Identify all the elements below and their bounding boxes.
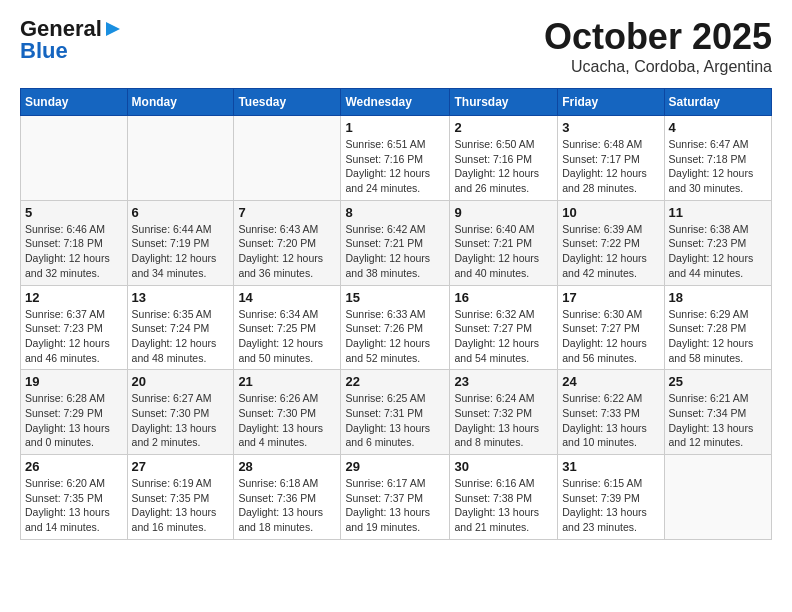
day-info: Sunrise: 6:28 AM Sunset: 7:29 PM Dayligh… xyxy=(25,391,123,450)
day-number: 13 xyxy=(132,290,230,305)
day-info: Sunrise: 6:33 AM Sunset: 7:26 PM Dayligh… xyxy=(345,307,445,366)
day-info: Sunrise: 6:38 AM Sunset: 7:23 PM Dayligh… xyxy=(669,222,767,281)
weekday-header-wednesday: Wednesday xyxy=(341,89,450,116)
day-info: Sunrise: 6:34 AM Sunset: 7:25 PM Dayligh… xyxy=(238,307,336,366)
day-number: 12 xyxy=(25,290,123,305)
calendar-cell: 14Sunrise: 6:34 AM Sunset: 7:25 PM Dayli… xyxy=(234,285,341,370)
calendar-cell: 19Sunrise: 6:28 AM Sunset: 7:29 PM Dayli… xyxy=(21,370,128,455)
calendar-cell: 1Sunrise: 6:51 AM Sunset: 7:16 PM Daylig… xyxy=(341,116,450,201)
day-number: 5 xyxy=(25,205,123,220)
calendar-table: SundayMondayTuesdayWednesdayThursdayFrid… xyxy=(20,88,772,540)
calendar-week-row: 5Sunrise: 6:46 AM Sunset: 7:18 PM Daylig… xyxy=(21,200,772,285)
day-number: 18 xyxy=(669,290,767,305)
day-number: 30 xyxy=(454,459,553,474)
calendar-cell: 20Sunrise: 6:27 AM Sunset: 7:30 PM Dayli… xyxy=(127,370,234,455)
day-info: Sunrise: 6:50 AM Sunset: 7:16 PM Dayligh… xyxy=(454,137,553,196)
calendar-cell: 2Sunrise: 6:50 AM Sunset: 7:16 PM Daylig… xyxy=(450,116,558,201)
day-info: Sunrise: 6:47 AM Sunset: 7:18 PM Dayligh… xyxy=(669,137,767,196)
day-info: Sunrise: 6:16 AM Sunset: 7:38 PM Dayligh… xyxy=(454,476,553,535)
weekday-header-sunday: Sunday xyxy=(21,89,128,116)
calendar-cell: 4Sunrise: 6:47 AM Sunset: 7:18 PM Daylig… xyxy=(664,116,771,201)
day-number: 3 xyxy=(562,120,659,135)
day-number: 23 xyxy=(454,374,553,389)
calendar-cell: 3Sunrise: 6:48 AM Sunset: 7:17 PM Daylig… xyxy=(558,116,664,201)
day-number: 17 xyxy=(562,290,659,305)
day-number: 6 xyxy=(132,205,230,220)
calendar-cell: 29Sunrise: 6:17 AM Sunset: 7:37 PM Dayli… xyxy=(341,455,450,540)
day-number: 14 xyxy=(238,290,336,305)
day-number: 20 xyxy=(132,374,230,389)
logo-arrow-icon xyxy=(102,18,124,40)
calendar-cell: 12Sunrise: 6:37 AM Sunset: 7:23 PM Dayli… xyxy=(21,285,128,370)
calendar-cell: 21Sunrise: 6:26 AM Sunset: 7:30 PM Dayli… xyxy=(234,370,341,455)
calendar-cell: 13Sunrise: 6:35 AM Sunset: 7:24 PM Dayli… xyxy=(127,285,234,370)
day-info: Sunrise: 6:24 AM Sunset: 7:32 PM Dayligh… xyxy=(454,391,553,450)
day-info: Sunrise: 6:20 AM Sunset: 7:35 PM Dayligh… xyxy=(25,476,123,535)
day-info: Sunrise: 6:19 AM Sunset: 7:35 PM Dayligh… xyxy=(132,476,230,535)
day-info: Sunrise: 6:48 AM Sunset: 7:17 PM Dayligh… xyxy=(562,137,659,196)
calendar-subtitle: Ucacha, Cordoba, Argentina xyxy=(544,58,772,76)
page-header: General Blue October 2025 Ucacha, Cordob… xyxy=(20,16,772,76)
calendar-cell: 22Sunrise: 6:25 AM Sunset: 7:31 PM Dayli… xyxy=(341,370,450,455)
calendar-cell: 18Sunrise: 6:29 AM Sunset: 7:28 PM Dayli… xyxy=(664,285,771,370)
day-number: 10 xyxy=(562,205,659,220)
day-info: Sunrise: 6:27 AM Sunset: 7:30 PM Dayligh… xyxy=(132,391,230,450)
day-info: Sunrise: 6:21 AM Sunset: 7:34 PM Dayligh… xyxy=(669,391,767,450)
day-info: Sunrise: 6:44 AM Sunset: 7:19 PM Dayligh… xyxy=(132,222,230,281)
calendar-cell: 17Sunrise: 6:30 AM Sunset: 7:27 PM Dayli… xyxy=(558,285,664,370)
calendar-cell: 26Sunrise: 6:20 AM Sunset: 7:35 PM Dayli… xyxy=(21,455,128,540)
calendar-cell xyxy=(664,455,771,540)
day-info: Sunrise: 6:32 AM Sunset: 7:27 PM Dayligh… xyxy=(454,307,553,366)
day-number: 24 xyxy=(562,374,659,389)
calendar-cell: 5Sunrise: 6:46 AM Sunset: 7:18 PM Daylig… xyxy=(21,200,128,285)
calendar-cell: 31Sunrise: 6:15 AM Sunset: 7:39 PM Dayli… xyxy=(558,455,664,540)
day-info: Sunrise: 6:51 AM Sunset: 7:16 PM Dayligh… xyxy=(345,137,445,196)
day-number: 8 xyxy=(345,205,445,220)
calendar-cell: 6Sunrise: 6:44 AM Sunset: 7:19 PM Daylig… xyxy=(127,200,234,285)
calendar-cell: 23Sunrise: 6:24 AM Sunset: 7:32 PM Dayli… xyxy=(450,370,558,455)
day-info: Sunrise: 6:37 AM Sunset: 7:23 PM Dayligh… xyxy=(25,307,123,366)
logo: General Blue xyxy=(20,16,124,64)
day-number: 19 xyxy=(25,374,123,389)
calendar-cell: 10Sunrise: 6:39 AM Sunset: 7:22 PM Dayli… xyxy=(558,200,664,285)
day-number: 21 xyxy=(238,374,336,389)
calendar-cell: 11Sunrise: 6:38 AM Sunset: 7:23 PM Dayli… xyxy=(664,200,771,285)
logo-text-blue: Blue xyxy=(20,38,68,64)
day-info: Sunrise: 6:40 AM Sunset: 7:21 PM Dayligh… xyxy=(454,222,553,281)
calendar-week-row: 1Sunrise: 6:51 AM Sunset: 7:16 PM Daylig… xyxy=(21,116,772,201)
calendar-cell xyxy=(234,116,341,201)
day-info: Sunrise: 6:35 AM Sunset: 7:24 PM Dayligh… xyxy=(132,307,230,366)
weekday-header-friday: Friday xyxy=(558,89,664,116)
day-number: 29 xyxy=(345,459,445,474)
day-number: 9 xyxy=(454,205,553,220)
day-number: 2 xyxy=(454,120,553,135)
calendar-cell: 27Sunrise: 6:19 AM Sunset: 7:35 PM Dayli… xyxy=(127,455,234,540)
calendar-week-row: 12Sunrise: 6:37 AM Sunset: 7:23 PM Dayli… xyxy=(21,285,772,370)
day-number: 26 xyxy=(25,459,123,474)
calendar-cell: 16Sunrise: 6:32 AM Sunset: 7:27 PM Dayli… xyxy=(450,285,558,370)
day-number: 22 xyxy=(345,374,445,389)
day-info: Sunrise: 6:46 AM Sunset: 7:18 PM Dayligh… xyxy=(25,222,123,281)
day-info: Sunrise: 6:30 AM Sunset: 7:27 PM Dayligh… xyxy=(562,307,659,366)
calendar-cell: 8Sunrise: 6:42 AM Sunset: 7:21 PM Daylig… xyxy=(341,200,450,285)
day-info: Sunrise: 6:18 AM Sunset: 7:36 PM Dayligh… xyxy=(238,476,336,535)
calendar-week-row: 26Sunrise: 6:20 AM Sunset: 7:35 PM Dayli… xyxy=(21,455,772,540)
calendar-week-row: 19Sunrise: 6:28 AM Sunset: 7:29 PM Dayli… xyxy=(21,370,772,455)
day-info: Sunrise: 6:25 AM Sunset: 7:31 PM Dayligh… xyxy=(345,391,445,450)
day-number: 25 xyxy=(669,374,767,389)
calendar-cell: 7Sunrise: 6:43 AM Sunset: 7:20 PM Daylig… xyxy=(234,200,341,285)
weekday-header-thursday: Thursday xyxy=(450,89,558,116)
day-number: 28 xyxy=(238,459,336,474)
calendar-cell: 30Sunrise: 6:16 AM Sunset: 7:38 PM Dayli… xyxy=(450,455,558,540)
day-info: Sunrise: 6:26 AM Sunset: 7:30 PM Dayligh… xyxy=(238,391,336,450)
day-info: Sunrise: 6:15 AM Sunset: 7:39 PM Dayligh… xyxy=(562,476,659,535)
weekday-header-saturday: Saturday xyxy=(664,89,771,116)
day-number: 11 xyxy=(669,205,767,220)
day-info: Sunrise: 6:22 AM Sunset: 7:33 PM Dayligh… xyxy=(562,391,659,450)
calendar-cell xyxy=(127,116,234,201)
calendar-title: October 2025 xyxy=(544,16,772,58)
calendar-title-block: October 2025 Ucacha, Cordoba, Argentina xyxy=(544,16,772,76)
day-number: 1 xyxy=(345,120,445,135)
weekday-header-tuesday: Tuesday xyxy=(234,89,341,116)
day-info: Sunrise: 6:39 AM Sunset: 7:22 PM Dayligh… xyxy=(562,222,659,281)
